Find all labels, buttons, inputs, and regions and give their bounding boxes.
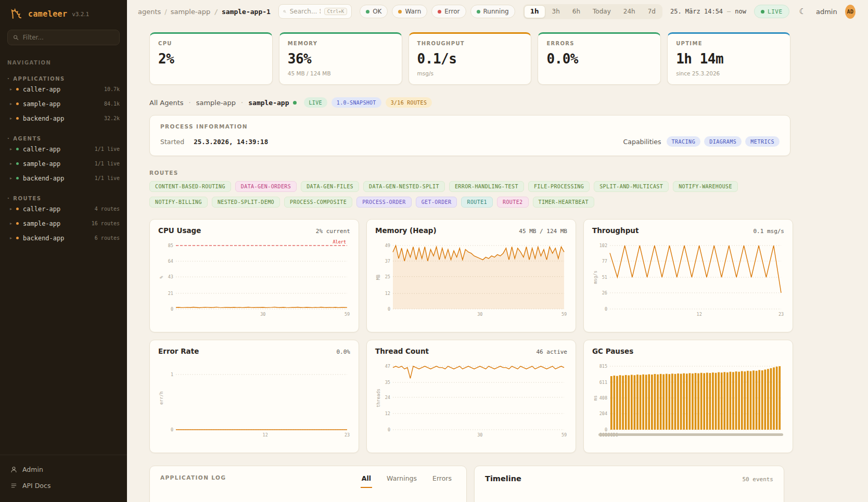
log-header: APPLICATION LOG AllWarningsErrors	[160, 474, 456, 488]
sidebar-item-routes-backend-app[interactable]: ▸backend-app6 routes	[0, 231, 127, 245]
application-log-card: APPLICATION LOG AllWarningsErrors	[149, 466, 467, 502]
sidebar-item-routes-caller-app[interactable]: ▸caller-app4 routes	[0, 202, 127, 216]
sidebar-item-agents-backend-app[interactable]: ▸backend-app1/1 live	[0, 171, 127, 185]
live-indicator[interactable]: LIVE	[754, 5, 789, 18]
route-chip-process-order[interactable]: PROCESS-ORDER	[356, 197, 411, 208]
footer-item-label: Admin	[22, 466, 43, 473]
content: CPU2%MEMORY36%45 MB / 124 MBTHROUGHPUT0.…	[149, 23, 790, 502]
filter-chip-running[interactable]: Running	[470, 5, 515, 18]
svg-text:49: 49	[385, 243, 390, 248]
time-range-6h[interactable]: 6h	[567, 5, 586, 18]
sidebar-item-agents-sample-app[interactable]: ▸sample-app1/1 live	[0, 157, 127, 171]
route-chip-notify-warehouse[interactable]: NOTIFY-WAREHOUSE	[673, 181, 738, 192]
search-input[interactable]	[290, 8, 321, 15]
status-dot-icon	[16, 208, 19, 210]
dark-mode-toggle[interactable]: ☾	[797, 7, 808, 17]
status-dot-icon	[16, 117, 19, 120]
filter-chip-ok[interactable]: OK	[360, 5, 388, 18]
time-range-7d[interactable]: 7d	[642, 5, 661, 18]
chevron-right-icon: ▸	[10, 176, 12, 181]
svg-text:408: 408	[599, 395, 607, 401]
svg-text:0: 0	[388, 306, 390, 312]
route-chip-split-and-multicast[interactable]: SPLIT-AND-MULTICAST	[594, 181, 669, 192]
time-range-24h[interactable]: 24h	[618, 5, 641, 18]
app-logo[interactable]: cameleer v3.2.1	[0, 8, 127, 19]
agent-badge-1-0-snapshot[interactable]: 1.0-SNAPSHOT	[331, 97, 381, 108]
route-chip-process-composite[interactable]: PROCESS-COMPOSITE	[284, 197, 352, 208]
filter-chip-error[interactable]: Error	[431, 5, 466, 18]
route-chip-timer-heartbeat[interactable]: TIMER-HEARTBEAT	[533, 197, 594, 208]
footer-item-admin[interactable]: Admin	[0, 461, 127, 478]
sidebar-item-agents-caller-app[interactable]: ▸caller-app1/1 live	[0, 142, 127, 156]
footer-item-label: API Docs	[22, 482, 50, 490]
log-tab-all[interactable]: All	[361, 474, 372, 488]
sidebar-item-badge: 4 routes	[95, 206, 120, 212]
chart-current-value: 2% current	[316, 228, 350, 235]
sidebar-item-applications-caller-app[interactable]: ▸caller-app10.7k	[0, 82, 127, 96]
footer-item-api-docs[interactable]: API Docs	[0, 478, 127, 494]
stat-value: 0.1/s	[417, 51, 523, 67]
search-box[interactable]: Ctrl+K	[278, 4, 352, 19]
route-chips: CONTENT-BASED-ROUTINGDATA-GEN-ORDERSDATA…	[149, 181, 790, 208]
svg-text:102: 102	[599, 243, 607, 248]
all-agents-link[interactable]: All Agents	[149, 99, 184, 107]
sidebar-item-label: caller-app	[23, 86, 60, 93]
route-chip-route1[interactable]: ROUTE1	[461, 197, 493, 208]
agent-context-bar: All Agents sample-app sample-app LIVE1.0…	[149, 97, 790, 108]
chart-current-value: 0.0%	[337, 349, 351, 355]
breadcrumb: agents sample-app sample-app-1	[138, 8, 271, 16]
route-chip-content-based-routing[interactable]: CONTENT-BASED-ROUTING	[149, 181, 231, 192]
route-chip-data-gen-files[interactable]: DATA-GEN-FILES	[301, 181, 359, 192]
route-chip-route2[interactable]: ROUTE2	[497, 197, 529, 208]
svg-text:59: 59	[344, 312, 350, 317]
app-name: cameleer	[28, 9, 67, 19]
time-range-today[interactable]: Today	[587, 5, 617, 18]
chart-card-memory: Memory (Heap)45 MB / 124 MB012253749MB30…	[366, 219, 576, 332]
sidebar-item-label: caller-app	[23, 146, 60, 153]
time-range-1h[interactable]: 1h	[524, 5, 545, 18]
log-tab-warnings[interactable]: Warnings	[386, 474, 418, 488]
capability-chip-metrics[interactable]: METRICS	[745, 136, 780, 147]
status-dot-icon	[16, 88, 19, 91]
sidebar-section-routes: ROUTES▸caller-app4 routes▸sample-app16 r…	[0, 196, 127, 245]
svg-text:0: 0	[605, 306, 607, 312]
route-chip-file-processing[interactable]: FILE-PROCESSING	[528, 181, 590, 192]
route-chip-error-handling-test[interactable]: ERROR-HANDLING-TEST	[449, 181, 524, 192]
app-root: cameleer v3.2.1 NAVIGATION APPLICATIONS▸…	[0, 0, 868, 502]
route-chip-notify-billing[interactable]: NOTIFY-BILLING	[149, 197, 208, 208]
route-chip-get-order[interactable]: GET-ORDER	[416, 197, 457, 208]
time-display[interactable]: 25. März 14:54 — now	[670, 8, 746, 15]
route-chip-nested-split-demo[interactable]: NESTED-SPLIT-DEMO	[212, 197, 280, 208]
chart-plot-threads: 012243547threads3059	[375, 360, 567, 439]
filter-chip-label: Running	[483, 8, 509, 15]
status-dot-icon	[16, 237, 19, 239]
capability-chip-tracing[interactable]: TRACING	[667, 136, 701, 147]
sidebar-filter-input[interactable]	[23, 34, 114, 41]
timeline-header: Timeline 50 events	[485, 474, 773, 483]
live-dot-icon	[761, 10, 764, 14]
search-shortcut-badge: Ctrl+K	[324, 8, 348, 15]
agent-app-link[interactable]: sample-app	[196, 99, 236, 107]
filter-chip-warn[interactable]: Warn	[392, 5, 427, 18]
sidebar-item-applications-backend-app[interactable]: ▸backend-app32.2k	[0, 111, 127, 125]
agent-badge-3-16-routes[interactable]: 3/16 ROUTES	[386, 97, 432, 108]
route-chip-data-gen-nested-split[interactable]: DATA-GEN-NESTED-SPLIT	[363, 181, 445, 192]
sidebar-item-badge: 16 routes	[92, 221, 120, 226]
time-range-3h[interactable]: 3h	[546, 5, 566, 18]
status-dot-icon	[366, 10, 369, 14]
capability-chip-diagrams[interactable]: DIAGRAMS	[704, 136, 742, 147]
bottom-row: APPLICATION LOG AllWarningsErrors Timeli…	[149, 466, 790, 502]
log-tab-errors[interactable]: Errors	[431, 474, 453, 488]
started-value: 25.3.2026, 14:39:18	[194, 138, 268, 146]
breadcrumb-sample-app[interactable]: sample-app	[164, 8, 210, 16]
breadcrumb-agents[interactable]: agents	[138, 8, 161, 16]
gc-x-scrollbar[interactable]	[598, 433, 783, 436]
agent-badge-live[interactable]: LIVE	[304, 97, 327, 108]
process-info-row: Started 25.3.2026, 14:39:18 Capabilities…	[160, 136, 780, 147]
stat-value: 36%	[288, 51, 393, 67]
route-chip-data-gen-orders[interactable]: DATA-GEN-ORDERS	[235, 181, 297, 192]
sidebar-item-routes-sample-app[interactable]: ▸sample-app16 routes	[0, 216, 127, 230]
avatar[interactable]: AD	[845, 5, 856, 19]
stat-card-memory: MEMORY36%45 MB / 124 MB	[279, 32, 402, 85]
sidebar-item-applications-sample-app[interactable]: ▸sample-app84.1k	[0, 97, 127, 111]
